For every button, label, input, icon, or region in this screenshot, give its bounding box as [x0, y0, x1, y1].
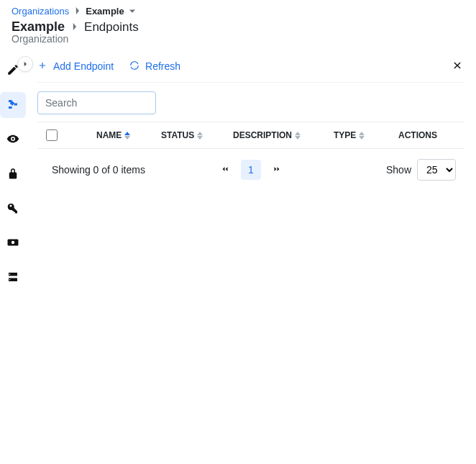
- pager-first[interactable]: [215, 160, 235, 180]
- eye-icon: [6, 132, 19, 147]
- chevron-right-icon: [72, 22, 77, 32]
- sort-icon: [359, 132, 365, 140]
- page-size-group: Show 25: [386, 159, 456, 181]
- sidebar-item-lock[interactable]: [0, 161, 26, 187]
- key-icon: [6, 201, 19, 217]
- column-description-label: DESCRIPTION: [233, 130, 292, 140]
- pagination: Showing 0 of 0 items 1 Show 25: [37, 149, 464, 191]
- page-header: Example Endpoints Organization: [0, 19, 476, 53]
- column-status[interactable]: STATUS: [161, 130, 233, 140]
- chevron-right-icon: [75, 6, 80, 17]
- column-name[interactable]: NAME: [68, 130, 161, 140]
- pager-last[interactable]: [267, 160, 287, 180]
- page-size-select[interactable]: 25: [417, 159, 456, 181]
- server-icon: [6, 270, 19, 286]
- hierarchy-icon: [6, 98, 19, 113]
- toolbar: Add Endpoint Refresh: [37, 59, 464, 83]
- breadcrumb: Organizations Example: [0, 0, 476, 19]
- column-status-label: STATUS: [161, 130, 194, 140]
- breadcrumb-current-label: Example: [86, 6, 124, 17]
- column-description[interactable]: DESCRIPTION: [233, 130, 334, 140]
- search-input[interactable]: [37, 91, 156, 114]
- table: NAME STATUS DESCRIPTION: [37, 122, 464, 149]
- sidebar-item-server[interactable]: [0, 265, 26, 291]
- add-endpoint-label: Add Endpoint: [53, 60, 114, 72]
- column-name-label: NAME: [96, 130, 122, 140]
- sidebar-expand-button[interactable]: [17, 56, 33, 72]
- close-button[interactable]: [450, 59, 464, 73]
- sort-icon: [295, 132, 301, 140]
- sidebar-item-hierarchy[interactable]: [0, 92, 26, 118]
- main-content: Add Endpoint Refresh: [26, 53, 476, 464]
- page-size-label: Show: [386, 164, 411, 176]
- pagination-showing: Showing 0 of 0 items: [46, 164, 145, 176]
- sidebar-item-visibility[interactable]: [0, 127, 26, 153]
- table-header: NAME STATUS DESCRIPTION: [37, 122, 464, 148]
- sort-icon: [197, 132, 203, 140]
- add-endpoint-button[interactable]: Add Endpoint: [37, 60, 114, 73]
- breadcrumb-current[interactable]: Example: [86, 6, 135, 17]
- search-row: [37, 83, 464, 122]
- page-title: Example: [12, 19, 65, 35]
- select-all-checkbox[interactable]: [46, 129, 58, 141]
- breadcrumb-root-link[interactable]: Organizations: [12, 6, 69, 17]
- column-actions: ACTIONS: [398, 130, 456, 140]
- chevron-down-icon: [129, 8, 136, 15]
- pager: 1: [215, 160, 287, 180]
- ticket-icon: [6, 236, 19, 251]
- sidebar: [0, 53, 26, 464]
- close-icon: [452, 60, 462, 73]
- page-section: Endpoints: [84, 20, 139, 35]
- pager-current-page[interactable]: 1: [241, 160, 261, 180]
- column-type[interactable]: TYPE: [334, 130, 398, 140]
- chevron-double-left-icon: [221, 164, 229, 176]
- plus-icon: [37, 60, 47, 73]
- refresh-icon: [129, 60, 139, 73]
- select-all-column: [46, 129, 68, 141]
- chevron-double-right-icon: [273, 164, 281, 176]
- sidebar-item-key[interactable]: [0, 196, 26, 222]
- lock-icon: [6, 167, 19, 182]
- refresh-label: Refresh: [145, 60, 180, 72]
- column-type-label: TYPE: [334, 130, 356, 140]
- sort-icon: [124, 132, 130, 140]
- sidebar-item-ticket[interactable]: [0, 230, 26, 256]
- column-actions-label: ACTIONS: [398, 130, 437, 140]
- page-subtitle: Organization: [12, 33, 139, 45]
- refresh-button[interactable]: Refresh: [129, 60, 180, 73]
